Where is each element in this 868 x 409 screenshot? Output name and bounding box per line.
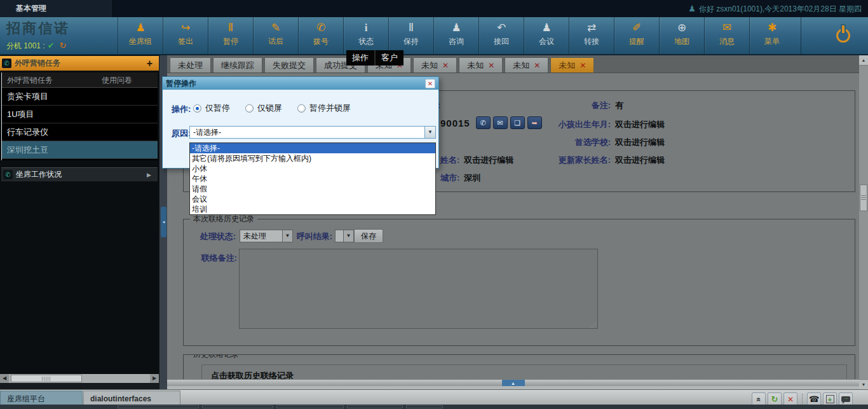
chat-bubble-icon[interactable]: ··· xyxy=(839,392,853,406)
parent-name-editable-value[interactable]: 双击进行编辑 xyxy=(615,155,665,165)
radio-pause-only[interactable]: 仅暂停 xyxy=(193,102,230,114)
operation-label: 操作: xyxy=(172,104,191,115)
tab-close-icon[interactable]: ✕ xyxy=(534,59,540,73)
menu-basic-management[interactable]: 基本管理 xyxy=(0,0,113,17)
call-result-select[interactable]: ▼ xyxy=(335,230,354,242)
power-icon xyxy=(836,29,850,43)
add-task-button[interactable]: + xyxy=(147,56,153,71)
toolbar-button-label: 拨号 xyxy=(313,36,329,47)
toolbar-button-dial[interactable]: ✆拨号 xyxy=(298,17,343,54)
bottom-tab-dialoutinterfaces[interactable]: dialoutinterfaces xyxy=(83,391,180,406)
tab-unknown[interactable]: 未知✕ xyxy=(413,57,457,73)
vertical-scrollbar-thumb[interactable] xyxy=(860,184,867,211)
extension-refresh-icon[interactable]: ↻ xyxy=(60,41,67,50)
tab-label: 继续跟踪 xyxy=(221,59,254,73)
bottom-collapse-strip: ▲ xyxy=(167,379,859,386)
bottom-strip-segment xyxy=(118,405,199,408)
reason-select[interactable]: -请选择- ▼ xyxy=(189,126,436,139)
toolbar-button-message[interactable]: ✉消息 xyxy=(704,17,749,54)
toolbar-button-agent-group[interactable]: ♟坐席组 xyxy=(118,17,163,54)
sidebar-header-outbound-tasks[interactable]: ✆ 外呼营销任务 + xyxy=(0,56,159,71)
toolbar-button-remind[interactable]: ✐提醒 xyxy=(614,17,659,54)
scroll-up-arrow[interactable]: ▲ xyxy=(859,55,868,66)
dialog-close-button[interactable]: ✕ xyxy=(425,79,435,88)
tab-close-icon[interactable]: ✕ xyxy=(442,59,449,73)
send-sms-icon[interactable]: ✉ xyxy=(493,116,508,129)
contact-note-wrap: ⋰ xyxy=(239,249,598,329)
phone-handset-icon[interactable]: ☎ xyxy=(807,392,821,406)
statusbar-bottom-strip xyxy=(0,405,868,409)
toolbar-button-after-call[interactable]: ✎话后 xyxy=(253,17,298,54)
scroll-left-arrow[interactable]: ◀ xyxy=(0,374,9,383)
process-status-select[interactable]: 未处理 ▼ xyxy=(240,230,293,242)
bottom-strip-segment xyxy=(347,405,403,408)
city-label: 城市: xyxy=(440,173,459,183)
top-menu-bar: 基本管理 ♟你好 zsxn01(1001),今天2013年02月28日 星期四 xyxy=(0,0,868,17)
conference-icon: ♟ xyxy=(541,19,551,36)
splitter-collapse-handle[interactable]: ◂ xyxy=(161,207,166,237)
status-menu-operation[interactable]: 操作 xyxy=(346,50,376,66)
refresh-icon[interactable]: ↻ xyxy=(768,392,782,406)
toolbar-button-status[interactable]: i状态 xyxy=(343,17,388,54)
toolbar-button-label: 菜单 xyxy=(764,36,780,47)
task-item[interactable]: 贵宾卡项目 xyxy=(2,88,158,106)
call-mobile-icon[interactable]: ✆ xyxy=(476,116,491,129)
bottom-status-bar: 座席组平台 dialoutinterfaces « ↻ ✕ ☎ + ··· xyxy=(0,389,868,409)
preferred-school-editable-value[interactable]: 双击进行编辑 xyxy=(615,137,665,147)
sign-out-icon: ↪ xyxy=(181,19,190,36)
sidebar-section-agent-status[interactable]: ✆ 坐席工作状况 ▶ xyxy=(1,167,158,182)
add-panel-icon[interactable]: + xyxy=(823,392,837,406)
reason-option[interactable]: 小休 xyxy=(190,163,435,174)
toolbar-button-pause[interactable]: Ⅱ暂停 xyxy=(208,17,253,54)
remind-icon: ✐ xyxy=(632,19,641,36)
tab-unknown[interactable]: 未知✕ xyxy=(505,57,548,73)
child-birth-editable-value[interactable]: 双击进行编辑 xyxy=(615,120,665,129)
child-birth-label: 小孩出生年月: xyxy=(511,119,611,130)
tab-unprocessed[interactable]: 未处理 xyxy=(170,57,211,73)
name-editable-value[interactable]: 双击进行编辑 xyxy=(464,155,513,165)
reason-option[interactable]: 请假 xyxy=(190,184,435,194)
sidebar-horizontal-scrollbar[interactable]: ◀ ▶ xyxy=(0,374,159,383)
statusbar-icon-group: « ↻ ✕ ☎ + ··· xyxy=(752,392,853,406)
tab-close-icon[interactable]: ✕ xyxy=(488,59,494,73)
tab-continue-follow[interactable]: 继续跟踪 xyxy=(213,57,262,73)
toolbar-button-map[interactable]: ⊕地图 xyxy=(659,17,704,54)
extension-status-icon[interactable]: ✔ xyxy=(48,41,55,50)
reason-option-selected[interactable]: -请选择- xyxy=(190,143,435,153)
contact-note-textarea[interactable] xyxy=(239,249,598,329)
reason-option[interactable]: 其它(请将原因填写到下方输入框内) xyxy=(190,153,435,163)
task-item[interactable]: 行车记录仪 xyxy=(2,123,158,141)
tab-unknown[interactable]: 未知✕ xyxy=(459,57,503,73)
tab-unknown-active[interactable]: 未知✕ xyxy=(550,57,594,73)
reason-option[interactable]: 午休 xyxy=(190,174,435,184)
toolbar-button-hold[interactable]: Ⅱ保持 xyxy=(388,17,433,54)
logout-power-button[interactable] xyxy=(801,17,868,54)
toolbar-button-sign-out[interactable]: ↪签出 xyxy=(163,17,208,54)
status-menu-customer[interactable]: 客户 xyxy=(376,50,403,66)
close-icon[interactable]: ✕ xyxy=(783,392,797,406)
scroll-right-arrow[interactable]: ▶ xyxy=(150,374,159,383)
bottom-tab-agent-platform[interactable]: 座席组平台 xyxy=(0,391,83,406)
task-item-selected[interactable]: 深圳挖土豆 xyxy=(2,141,158,159)
task-item[interactable]: 1U项目 xyxy=(2,106,158,123)
toolbar-button-menu[interactable]: ✱菜单 xyxy=(749,17,794,54)
fetch-history-link[interactable]: 点击获取历史联络记录 xyxy=(211,370,294,379)
main-vertical-scrollbar[interactable]: ▲ ▼ xyxy=(859,55,868,389)
radio-pause-and-lock[interactable]: 暂停并锁屏 xyxy=(297,102,351,114)
status-info-icon: i xyxy=(365,19,368,36)
tab-fail-submit[interactable]: 失败提交 xyxy=(264,57,314,73)
toolbar-button-consult[interactable]: ♟咨询 xyxy=(433,17,478,54)
save-button[interactable]: 保存 xyxy=(354,229,383,243)
chevron-down-icon[interactable]: ▼ xyxy=(424,127,435,138)
toolbar-button-take-back[interactable]: ↶接回 xyxy=(478,17,524,54)
scrollbar-thumb[interactable] xyxy=(11,375,82,382)
collapse-panel-icon[interactable]: « xyxy=(752,392,766,406)
reason-option[interactable]: 会议 xyxy=(190,194,435,204)
scroll-down-arrow[interactable]: ▼ xyxy=(859,379,868,389)
child-birth-row: 小孩出生年月:双击进行编辑 xyxy=(511,119,665,130)
radio-lock-only[interactable]: 仅锁屏 xyxy=(245,102,282,114)
reason-option[interactable]: 培训 xyxy=(190,204,435,214)
toolbar-button-transfer[interactable]: ⇄转接 xyxy=(569,17,614,54)
tab-close-icon[interactable]: ✕ xyxy=(580,59,586,73)
toolbar-button-conference[interactable]: ♟会议 xyxy=(524,17,569,54)
